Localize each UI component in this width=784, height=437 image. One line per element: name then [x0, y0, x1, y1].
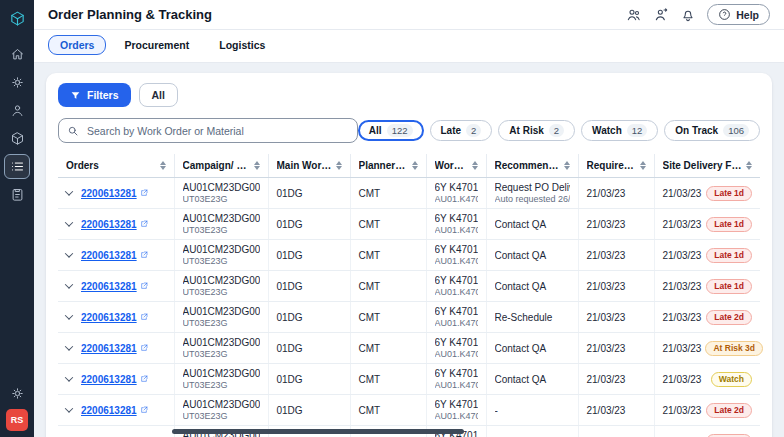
account-switch-icon: [653, 7, 669, 23]
order-link[interactable]: 2200613281: [81, 219, 148, 230]
tab-orders[interactable]: Orders: [48, 35, 106, 55]
table-row: 2200613281 AU01CM23DG003E UT03E23G 01DG …: [58, 271, 760, 302]
column-header-planner-group[interactable]: Planner Group: [350, 154, 426, 178]
forecast-date: 21/03/23: [663, 250, 702, 261]
tab-logistics[interactable]: Logistics: [207, 35, 277, 55]
nav-gear-icon: [10, 75, 25, 90]
expand-chevron-icon[interactable]: [65, 404, 73, 412]
status-badge: Late 1d: [706, 279, 752, 294]
campaign-text: AU01CM23DG003E: [183, 368, 260, 379]
sidebar-item-users[interactable]: [4, 98, 30, 123]
status-filter-label: Late: [441, 125, 462, 136]
recommendation-text: Contact QA: [495, 374, 570, 385]
order-link[interactable]: 2200613281: [81, 281, 148, 292]
status-badge: Watch: [711, 372, 752, 387]
sort-icon: [746, 161, 752, 170]
column-header-orders[interactable]: Orders: [58, 154, 174, 178]
status-filter-count: 122: [387, 124, 413, 137]
status-filter-late[interactable]: Late 2: [430, 120, 493, 141]
order-link[interactable]: 2200613281: [81, 343, 148, 354]
help-button[interactable]: Help: [707, 4, 770, 25]
order-link[interactable]: 2200613281: [81, 250, 148, 261]
nav-orders-icon: [10, 159, 25, 174]
help-icon: [718, 8, 731, 21]
column-header-required-on-site[interactable]: Required On Site: [578, 154, 654, 178]
expand-chevron-icon[interactable]: [65, 249, 73, 257]
nav-user-icon: [10, 103, 25, 118]
forecast-date: 21/03/23: [663, 405, 702, 416]
external-link-icon: [140, 251, 148, 259]
column-header-work-order-description[interactable]: Work Order De...: [426, 154, 486, 178]
table-row: 2200613281 AU01CM23DG003E UT03E23G 01DG …: [58, 364, 760, 395]
expand-chevron-icon[interactable]: [65, 218, 73, 226]
sidebar-item-operations[interactable]: [4, 70, 30, 95]
order-link[interactable]: 2200613281: [81, 374, 148, 385]
sidebar-item-settings[interactable]: [4, 381, 30, 406]
column-header-main-work-centre[interactable]: Main Work Centre: [268, 154, 350, 178]
expand-chevron-icon[interactable]: [65, 342, 73, 350]
external-link-icon: [140, 375, 148, 383]
app-sidebar: RS: [0, 0, 34, 437]
top-bar: Order Planning & Tracking Help: [34, 0, 784, 30]
settings-gear-icon: [10, 386, 25, 401]
sort-icon: [472, 161, 478, 170]
status-filter-group: All 122 Late 2 At Risk 2 Watch 12: [358, 120, 760, 141]
user-avatar[interactable]: RS: [6, 409, 28, 431]
forecast-date: 21/03/23: [663, 219, 702, 230]
table-row: 2200613281 AU01CM23DG003E UT03E23G 01DG …: [58, 395, 760, 426]
order-number: 2200613281: [81, 312, 137, 323]
external-link-icon: [140, 220, 148, 228]
account-switch-button[interactable]: [653, 7, 669, 23]
expand-chevron-icon[interactable]: [65, 311, 73, 319]
horizontal-scrollbar-thumb[interactable]: [172, 429, 464, 434]
status-filter-all[interactable]: All 122: [358, 120, 424, 141]
status-filter-count: 12: [627, 124, 648, 137]
work-order-material: AU01.K4701D: [435, 225, 478, 235]
status-badge: Late 1d: [706, 217, 752, 232]
forecast-date: 21/03/23: [663, 312, 702, 323]
notifications-button[interactable]: [680, 7, 696, 23]
sort-icon: [412, 161, 418, 170]
sort-icon: [336, 161, 342, 170]
column-header-recommendation[interactable]: Recommendation: [486, 154, 578, 178]
planner-group-text: CMT: [359, 219, 381, 230]
order-number: 2200613281: [81, 250, 137, 261]
status-filter-watch[interactable]: Watch 12: [581, 120, 658, 141]
expand-chevron-icon[interactable]: [65, 373, 73, 381]
sidebar-item-home[interactable]: [4, 42, 30, 67]
order-link[interactable]: 2200613281: [81, 188, 148, 199]
sidebar-item-orders[interactable]: [4, 154, 30, 179]
forecast-date: 21/03/23: [663, 343, 702, 354]
column-header-site-delivery-forecast[interactable]: Site Delivery Forecast: [654, 154, 760, 178]
recommendation-text: Re-Schedule: [495, 312, 570, 323]
status-filter-label: On Track: [675, 125, 718, 136]
planner-group-text: CMT: [359, 312, 381, 323]
table-row: 2200613281 AU01CM23DG003E UT03E23G 01DG …: [58, 178, 760, 209]
status-badge: Late 1d: [706, 186, 752, 201]
required-on-site-date: 21/03/23: [587, 405, 626, 416]
table-header-row: Orders Campaign/ Revision Main Work Cent…: [58, 154, 760, 178]
filters-button[interactable]: Filters: [58, 83, 131, 107]
external-link-icon: [140, 406, 148, 414]
table-row: 2200613281 AU01CM23DG003E UT03E23G 01DG …: [58, 333, 760, 364]
expand-chevron-icon[interactable]: [65, 280, 73, 288]
campaign-text: AU01CM23DG003E: [183, 275, 260, 286]
required-on-site-date: 21/03/23: [587, 343, 626, 354]
users-button[interactable]: [626, 7, 642, 23]
app-logo[interactable]: [4, 6, 30, 31]
search-input[interactable]: [85, 124, 349, 138]
external-link-icon: [140, 344, 148, 352]
required-on-site-date: 21/03/23: [587, 250, 626, 261]
expand-chevron-icon[interactable]: [65, 187, 73, 195]
sidebar-item-materials[interactable]: [4, 126, 30, 151]
forecast-date: 21/03/23: [663, 188, 702, 199]
order-number: 2200613281: [81, 343, 137, 354]
status-filter-on-track[interactable]: On Track 106: [664, 120, 760, 141]
tab-procurement[interactable]: Procurement: [112, 35, 201, 55]
status-filter-at-risk[interactable]: At Risk 2: [498, 120, 575, 141]
order-link[interactable]: 2200613281: [81, 405, 148, 416]
column-header-campaign-revision[interactable]: Campaign/ Revision: [174, 154, 268, 178]
sidebar-item-notes[interactable]: [4, 182, 30, 207]
order-link[interactable]: 2200613281: [81, 312, 148, 323]
view-all-button[interactable]: All: [139, 83, 178, 107]
